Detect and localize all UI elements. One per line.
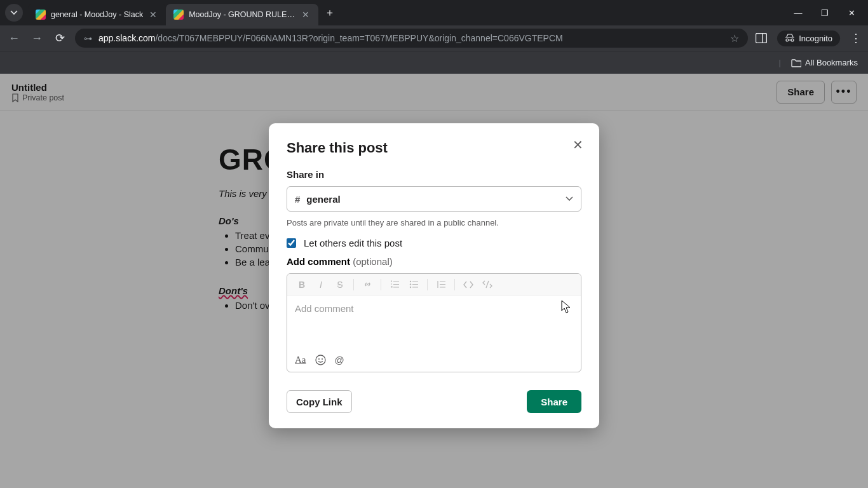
ordered-list-icon[interactable] <box>386 277 403 292</box>
chevron-down-icon <box>566 195 573 203</box>
let-others-edit-row[interactable]: Let others edit this post <box>287 238 581 248</box>
share-hint: Posts are private until they are shared … <box>287 218 581 227</box>
all-bookmarks-label: All Bookmarks <box>805 58 858 67</box>
browser-tab-active[interactable]: MoodJoy - GROUND RULES - S ✕ <box>166 4 318 25</box>
comment-label-text: Add comment <box>287 256 350 267</box>
folder-icon <box>791 58 801 67</box>
close-icon[interactable]: ✕ <box>301 8 311 21</box>
slack-favicon-icon <box>173 10 184 20</box>
minimize-icon[interactable]: ― <box>792 8 804 18</box>
code-block-icon[interactable] <box>479 277 496 292</box>
modal-footer: Copy Link Share <box>287 390 581 413</box>
svg-point-6 <box>318 358 320 360</box>
svg-point-5 <box>316 355 325 365</box>
separator <box>427 279 428 290</box>
channel-select[interactable]: # general <box>287 186 581 212</box>
mention-icon[interactable]: @ <box>335 355 344 365</box>
modal-title: Share this post <box>287 140 581 156</box>
comment-textarea[interactable]: Add comment <box>287 295 581 348</box>
browser-toolbar: ← → ⟳ ⊶ app.slack.com/docs/T067MEBPPUY/F… <box>0 25 868 51</box>
strikethrough-icon[interactable]: S <box>332 277 348 292</box>
incognito-label: Incognito <box>799 34 832 43</box>
slack-document-page: Untitled Private post Share ••• GRO This… <box>0 74 868 488</box>
forward-button[interactable]: → <box>29 32 44 45</box>
code-icon[interactable] <box>460 277 477 292</box>
chevron-down-icon <box>10 9 18 17</box>
editor-action-row: Aa @ <box>287 348 581 372</box>
tab-search-button[interactable] <box>5 4 23 22</box>
close-icon[interactable]: ✕ <box>148 8 158 21</box>
svg-point-3 <box>409 283 410 285</box>
link-icon[interactable] <box>359 277 376 292</box>
italic-icon[interactable]: I <box>313 277 329 292</box>
hash-icon: # <box>295 194 300 205</box>
bulleted-list-icon[interactable] <box>405 277 422 292</box>
browser-tab-strip: general - MoodJoy - Slack ✕ MoodJoy - GR… <box>0 0 868 25</box>
share-submit-button[interactable]: Share <box>527 390 581 413</box>
browser-tab-inactive[interactable]: general - MoodJoy - Slack ✕ <box>28 4 166 25</box>
reload-button[interactable]: ⟳ <box>52 31 67 45</box>
comment-editor: B I S <box>287 273 581 372</box>
bookmarks-bar: | All Bookmarks <box>0 51 868 74</box>
back-button[interactable]: ← <box>6 32 22 45</box>
window-controls: ― ❐ ✕ <box>792 8 863 18</box>
separator <box>353 279 354 290</box>
share-in-label: Share in <box>287 169 581 180</box>
add-comment-label: Add comment (optional) <box>287 256 581 267</box>
modal-close-button[interactable]: ✕ <box>569 136 587 154</box>
close-window-icon[interactable]: ✕ <box>845 8 858 18</box>
copy-link-button[interactable]: Copy Link <box>287 390 352 413</box>
separator: | <box>779 58 781 67</box>
toolbar-right: Incognito ⋮ <box>756 30 862 46</box>
side-panel-icon[interactable] <box>756 33 767 43</box>
svg-rect-0 <box>756 34 767 43</box>
share-post-modal: Share this post ✕ Share in # general Pos… <box>269 123 599 428</box>
svg-point-2 <box>409 281 410 282</box>
channel-name: general <box>306 194 559 205</box>
url-text: app.slack.com/docs/T067MEBPPUY/F066NAMN1… <box>98 33 724 43</box>
formatting-toggle-icon[interactable]: Aa <box>295 355 306 365</box>
url-path: /docs/T067MEBPPUY/F066NAMN13R?origin_tea… <box>155 33 562 43</box>
separator <box>381 279 381 290</box>
editor-toolbar: B I S <box>287 274 581 295</box>
blockquote-icon[interactable] <box>433 277 449 292</box>
site-info-icon[interactable]: ⊶ <box>84 34 92 43</box>
bold-icon[interactable]: B <box>294 277 310 292</box>
maximize-icon[interactable]: ❐ <box>818 8 831 18</box>
all-bookmarks-button[interactable]: All Bookmarks <box>791 58 858 67</box>
tab-title: MoodJoy - GROUND RULES - S <box>189 10 295 19</box>
address-bar[interactable]: ⊶ app.slack.com/docs/T067MEBPPUY/F066NAM… <box>75 29 748 48</box>
comment-optional-text: (optional) <box>353 256 393 267</box>
incognito-icon <box>785 34 795 43</box>
browser-menu-button[interactable]: ⋮ <box>850 31 862 45</box>
bookmark-star-icon[interactable]: ☆ <box>730 32 739 44</box>
svg-point-7 <box>322 358 323 360</box>
separator <box>454 279 455 290</box>
emoji-icon[interactable] <box>315 355 326 365</box>
svg-point-4 <box>409 287 410 288</box>
let-others-edit-label: Let others edit this post <box>304 238 402 248</box>
url-host: app.slack.com <box>98 33 155 43</box>
let-others-edit-checkbox[interactable] <box>287 238 296 248</box>
incognito-indicator[interactable]: Incognito <box>777 30 840 46</box>
tab-title: general - MoodJoy - Slack <box>51 10 143 19</box>
new-tab-button[interactable]: ＋ <box>321 4 339 22</box>
slack-favicon-icon <box>36 10 46 20</box>
